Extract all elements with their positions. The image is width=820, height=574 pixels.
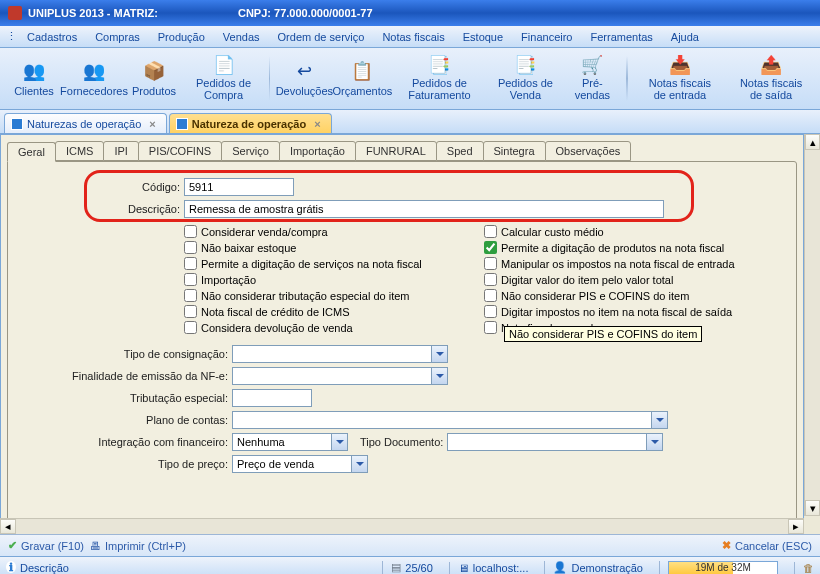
finalidade-select[interactable] [232, 367, 432, 385]
tb-nf-saida[interactable]: 📤Notas fiscais de saída [728, 52, 814, 105]
dropdown-icon[interactable] [647, 433, 663, 451]
quote-icon: 📋 [350, 59, 374, 83]
integracao-select[interactable] [232, 433, 332, 451]
menu-ajuda[interactable]: Ajuda [663, 28, 707, 46]
tab-funrural[interactable]: FUNRURAL [355, 141, 437, 161]
tab-natureza-form[interactable]: Natureza de operação × [169, 113, 332, 133]
dropdown-icon[interactable] [652, 411, 668, 429]
server-icon [458, 562, 469, 574]
user-icon [553, 561, 567, 574]
tb-nf-entrada[interactable]: 📥Notas fiscais de entrada [634, 52, 727, 105]
tab-servico[interactable]: Serviço [221, 141, 280, 161]
close-icon[interactable]: × [314, 118, 320, 130]
tb-pedidos-faturamento[interactable]: 📑Pedidos de Faturamento [392, 52, 486, 105]
horizontal-scrollbar[interactable]: ◂▸ [0, 518, 804, 534]
print-button[interactable]: Imprimir (Ctrl+P) [90, 540, 186, 552]
menu-producao[interactable]: Produção [150, 28, 213, 46]
return-icon: ↩ [292, 59, 316, 83]
trash-icon[interactable] [803, 562, 814, 574]
dropdown-icon[interactable] [432, 367, 448, 385]
dropdown-icon[interactable] [352, 455, 368, 473]
tb-produtos[interactable]: 📦Produtos [126, 52, 182, 105]
tb-clientes[interactable]: 👥Clientes [6, 52, 62, 105]
action-bar: Gravar (F10) Imprimir (Ctrl+P) Cancelar … [0, 534, 820, 556]
chk-impostos-saida[interactable] [484, 305, 497, 318]
menu-notas-fiscais[interactable]: Notas fiscais [374, 28, 452, 46]
vertical-scrollbar[interactable]: ▴▾ [804, 134, 820, 516]
status-server: localhost:... [473, 562, 529, 574]
scroll-right-icon[interactable]: ▸ [788, 519, 804, 534]
printer-icon [90, 540, 101, 552]
tab-importacao[interactable]: Importação [279, 141, 356, 161]
billing-icon: 📑 [427, 56, 451, 76]
cancel-button[interactable]: Cancelar (ESC) [722, 539, 812, 552]
dropdown-icon[interactable] [332, 433, 348, 451]
chk-devolucao-venda[interactable] [184, 321, 197, 334]
tab-piscofins[interactable]: PIS/COFINS [138, 141, 222, 161]
invoice-out-icon: 📤 [759, 56, 783, 76]
tab-geral[interactable]: Geral [7, 142, 56, 162]
tb-pre-vendas[interactable]: 🛒Pré-vendas [564, 52, 620, 105]
invoice-in-icon: 📥 [668, 56, 692, 76]
tab-observacoes[interactable]: Observações [545, 141, 632, 161]
tipo-doc-select[interactable] [447, 433, 647, 451]
tipo-doc-label: Tipo Documento: [360, 436, 443, 448]
menu-ferramentas[interactable]: Ferramentas [582, 28, 660, 46]
tab-sintegra[interactable]: Sintegra [483, 141, 546, 161]
scroll-up-icon[interactable]: ▴ [805, 134, 820, 150]
chk-nao-baixar-estoque[interactable] [184, 241, 197, 254]
tipo-consignacao-select[interactable] [232, 345, 432, 363]
save-button[interactable]: Gravar (F10) [8, 539, 84, 552]
chk-importacao[interactable] [184, 273, 197, 286]
chk-nf-sem-valor[interactable] [484, 321, 497, 334]
tb-fornecedores[interactable]: 👥Fornecedores [64, 52, 124, 105]
tb-pedidos-compra[interactable]: 📄Pedidos de Compra [184, 52, 263, 105]
inner-tabs: Geral ICMS IPI PIS/COFINS Serviço Import… [1, 135, 803, 161]
chk-considerar-venda[interactable] [184, 225, 197, 238]
close-icon[interactable]: × [149, 118, 155, 130]
menu-cadastros[interactable]: Cadastros [19, 28, 85, 46]
tb-pedidos-venda[interactable]: 📑Pedidos de Venda [488, 52, 562, 105]
title-bar: UNIPLUS 2013 - MATRIZ: CNPJ: 77.000.000/… [0, 0, 820, 26]
tab-ipi[interactable]: IPI [103, 141, 138, 161]
status-desc: Descrição [20, 562, 69, 574]
tooltip: Não considerar PIS e COFINS do item [504, 326, 702, 342]
chk-nao-piscofins[interactable] [484, 289, 497, 302]
scroll-left-icon[interactable]: ◂ [0, 519, 16, 534]
panel-geral: Código: Descrição: Considerar venda/comp… [7, 161, 797, 527]
toolbar-separator [269, 56, 270, 101]
tributacao-input[interactable] [232, 389, 312, 407]
finalidade-label: Finalidade de emissão da NF-e: [40, 370, 228, 382]
tab-naturezas-list[interactable]: Naturezas de operação × [4, 113, 167, 133]
codigo-input[interactable] [184, 178, 294, 196]
menu-financeiro[interactable]: Financeiro [513, 28, 580, 46]
chk-custo-medio[interactable] [484, 225, 497, 238]
tipo-preco-label: Tipo de preço: [40, 458, 228, 470]
descricao-label: Descrição: [40, 203, 180, 215]
menu-compras[interactable]: Compras [87, 28, 148, 46]
descricao-input[interactable] [184, 200, 664, 218]
purchase-order-icon: 📄 [212, 56, 236, 76]
chk-permite-servicos[interactable] [184, 257, 197, 270]
codigo-label: Código: [40, 181, 180, 193]
chk-nao-trib-especial[interactable] [184, 289, 197, 302]
plano-contas-select[interactable] [232, 411, 652, 429]
dropdown-icon[interactable] [432, 345, 448, 363]
tb-devolucoes[interactable]: ↩Devoluções [276, 52, 332, 105]
cart-icon: 🛒 [580, 56, 604, 76]
chk-valor-total[interactable] [484, 273, 497, 286]
menu-estoque[interactable]: Estoque [455, 28, 511, 46]
status-position: 25/60 [405, 562, 433, 574]
tipo-preco-select[interactable] [232, 455, 352, 473]
menu-ordem-servico[interactable]: Ordem de serviço [270, 28, 373, 46]
chk-manipular-impostos[interactable] [484, 257, 497, 270]
scroll-down-icon[interactable]: ▾ [805, 500, 820, 516]
menu-vendas[interactable]: Vendas [215, 28, 268, 46]
tb-orcamentos[interactable]: 📋Orçamentos [334, 52, 390, 105]
chk-nf-credito-icms[interactable] [184, 305, 197, 318]
tab-icms[interactable]: ICMS [55, 141, 105, 161]
chk-permite-produtos[interactable] [484, 241, 497, 254]
app-title: UNIPLUS 2013 - MATRIZ: [28, 7, 158, 19]
tab-sped[interactable]: Sped [436, 141, 484, 161]
document-tabs: Naturezas de operação × Natureza de oper… [0, 110, 820, 134]
